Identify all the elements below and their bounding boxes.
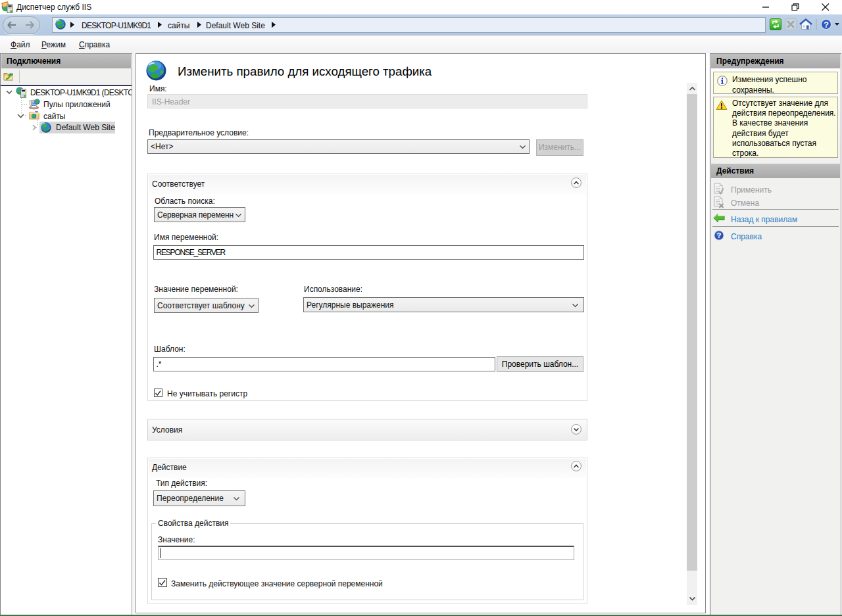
svg-text:?: ? [824, 20, 829, 30]
svg-text:?: ? [716, 231, 721, 239]
